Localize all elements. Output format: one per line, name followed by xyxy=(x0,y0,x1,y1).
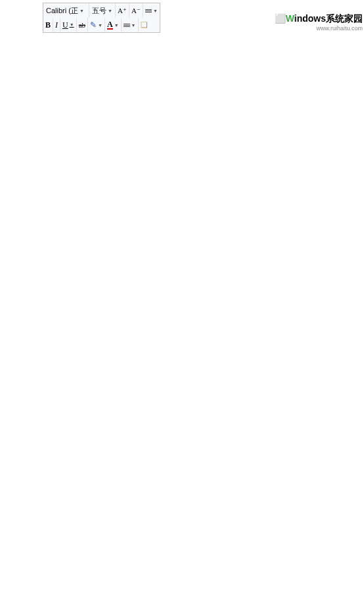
chevron-down-icon[interactable]: ▼ xyxy=(153,9,158,13)
font-family-combo[interactable]: Calibri (正▼ xyxy=(43,3,89,18)
formatting-toolbar: Calibri (正▼ 五号▼ A⁺ A⁻ ▼ B I U▼ ab ✎▼ A▼ … xyxy=(43,3,160,33)
chevron-down-icon[interactable]: ▼ xyxy=(108,9,112,13)
alignment-button[interactable]: ▼ xyxy=(122,18,139,32)
font-size-combo[interactable]: 五号▼ xyxy=(89,3,116,18)
chevron-down-icon[interactable]: ▼ xyxy=(70,22,74,28)
clear-formatting-button[interactable]: ❏ xyxy=(139,18,150,32)
strikethrough-button[interactable]: ab xyxy=(77,18,88,32)
increase-font-button[interactable]: A⁺ xyxy=(116,3,129,18)
italic-button[interactable]: I xyxy=(53,18,60,32)
underline-button[interactable]: U▼ xyxy=(60,18,77,32)
bold-button[interactable]: B xyxy=(43,18,53,32)
font-color-button[interactable]: A▼ xyxy=(105,18,122,32)
watermark: ⬜Windows系统家园 www.ruihaitu.com xyxy=(275,13,363,32)
chevron-down-icon[interactable]: ▼ xyxy=(98,23,102,28)
line-spacing-button[interactable]: ▼ xyxy=(143,3,160,18)
chevron-down-icon[interactable]: ▼ xyxy=(131,23,136,28)
chevron-down-icon[interactable]: ▼ xyxy=(114,23,119,28)
highlight-button[interactable]: ✎▼ xyxy=(88,18,105,32)
chevron-down-icon[interactable]: ▼ xyxy=(80,9,84,13)
decrease-font-button[interactable]: A⁻ xyxy=(129,3,143,18)
